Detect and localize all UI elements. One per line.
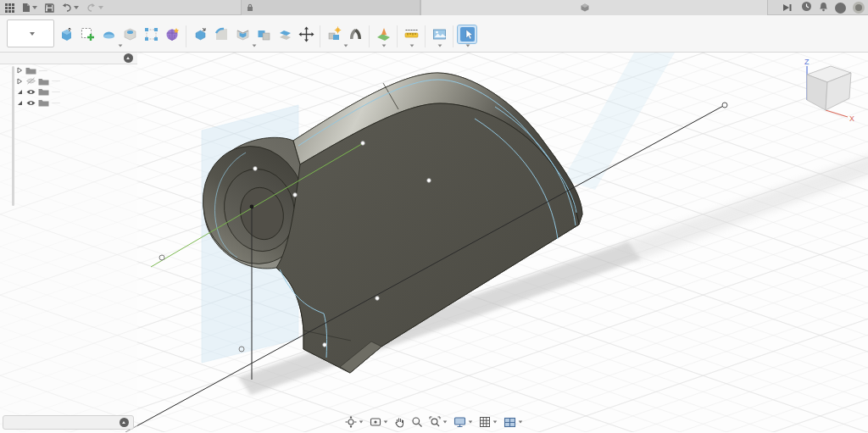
help-icon[interactable] — [835, 3, 846, 14]
measure-icon[interactable] — [402, 25, 420, 43]
browser-item-origin[interactable] — [0, 76, 137, 87]
folder-icon — [25, 66, 36, 75]
browser-folder-bodies[interactable] — [0, 86, 137, 97]
group-modify — [186, 25, 320, 47]
browser-header — [0, 53, 137, 64]
group-label-modify[interactable] — [250, 44, 257, 47]
construct-plane-icon[interactable] — [374, 25, 392, 43]
pan-icon[interactable] — [394, 416, 405, 428]
save-icon[interactable] — [45, 3, 54, 13]
group-label-select[interactable] — [464, 44, 470, 47]
sketch-point-endpoint — [722, 103, 727, 108]
grid-snaps-icon[interactable] — [479, 416, 498, 428]
hole-icon[interactable] — [120, 25, 139, 43]
notifications-bell-icon[interactable] — [819, 0, 828, 15]
zoom-icon[interactable] — [411, 416, 423, 428]
group-insert — [426, 25, 453, 47]
group-label-create[interactable] — [116, 44, 123, 47]
browser-item-label — [39, 70, 47, 71]
press-pull-icon[interactable] — [191, 25, 209, 43]
fillet-icon[interactable] — [212, 25, 231, 43]
insert-image-icon[interactable] — [430, 25, 448, 43]
browser-item-label — [52, 103, 60, 103]
fit-icon[interactable] — [429, 416, 448, 428]
app-grid-icon[interactable] — [5, 3, 14, 13]
document-tab-current[interactable] — [420, 0, 768, 15]
visibility-eye-icon[interactable] — [25, 77, 36, 85]
document-tab-untitled[interactable] — [241, 0, 420, 15]
move-icon[interactable] — [297, 25, 315, 43]
viewports-icon[interactable] — [504, 417, 523, 428]
select-tool-icon[interactable] — [458, 25, 476, 43]
visibility-eye-icon[interactable] — [25, 88, 36, 96]
browser-item-selection-sets[interactable] — [0, 65, 137, 76]
file-menu-icon[interactable] — [22, 3, 37, 13]
undo-icon[interactable] — [62, 3, 79, 12]
create-form-icon[interactable] — [163, 25, 181, 43]
view-navigation-bar — [345, 416, 523, 428]
combine-icon[interactable] — [254, 25, 273, 43]
folder-icon — [38, 98, 49, 107]
3d-viewport[interactable]: Z X — [0, 53, 868, 432]
job-status-badge[interactable] — [782, 3, 794, 12]
look-at-icon[interactable] — [370, 416, 388, 428]
cube-icon — [581, 3, 589, 12]
group-assemble — [320, 25, 370, 47]
browser-tree — [0, 65, 137, 108]
axis-x-label: X — [849, 114, 854, 123]
panel-options-icon[interactable] — [124, 53, 133, 63]
axis-z-label: Z — [804, 58, 810, 66]
comments-expand-icon[interactable] — [120, 418, 129, 427]
orbit-icon[interactable] — [345, 416, 364, 428]
job-status-icon — [782, 3, 792, 12]
sketch-point-center — [250, 205, 254, 209]
group-label-insert[interactable] — [436, 44, 442, 47]
expand-expanded-icon[interactable] — [15, 99, 23, 106]
browser-panel — [0, 53, 137, 432]
group-label-construct[interactable] — [380, 44, 387, 47]
browser-item-label — [52, 92, 60, 92]
titlebar — [0, 0, 868, 15]
folder-icon — [38, 87, 49, 96]
folder-icon — [38, 77, 49, 86]
redo-icon[interactable] — [86, 3, 103, 12]
group-label-inspect[interactable] — [408, 44, 415, 47]
offset-face-icon[interactable] — [275, 25, 294, 43]
expand-expanded-icon[interactable] — [15, 88, 23, 95]
group-label-assemble[interactable] — [342, 44, 348, 47]
toolbar-groups — [53, 25, 481, 47]
toolbar — [0, 15, 868, 53]
user-avatar[interactable] — [853, 2, 865, 14]
group-construct — [370, 25, 398, 47]
expand-collapsed-icon[interactable] — [15, 67, 23, 74]
extrude-icon[interactable] — [57, 25, 75, 43]
fusion-window: Z X — [0, 0, 868, 433]
new-component-icon[interactable] — [325, 25, 343, 43]
workspace-selector[interactable] — [7, 19, 54, 47]
group-select — [453, 25, 481, 47]
shell-icon[interactable] — [233, 25, 252, 43]
extension-clock-icon[interactable] — [801, 0, 812, 15]
browser-item-label — [52, 80, 60, 81]
pattern-icon[interactable] — [142, 25, 160, 43]
group-create — [53, 25, 186, 47]
expand-collapsed-icon[interactable] — [15, 78, 23, 85]
visibility-eye-icon[interactable] — [25, 99, 36, 107]
revolve-icon[interactable] — [99, 25, 118, 43]
browser-folder-sketches[interactable] — [0, 97, 137, 108]
lock-icon — [247, 3, 253, 12]
view-cube[interactable]: Z X — [787, 56, 863, 125]
display-settings-icon[interactable] — [453, 416, 473, 428]
create-sketch-icon[interactable] — [78, 25, 97, 43]
joint-icon[interactable] — [346, 25, 364, 43]
group-inspect — [398, 25, 426, 47]
comments-bar[interactable] — [3, 415, 134, 430]
